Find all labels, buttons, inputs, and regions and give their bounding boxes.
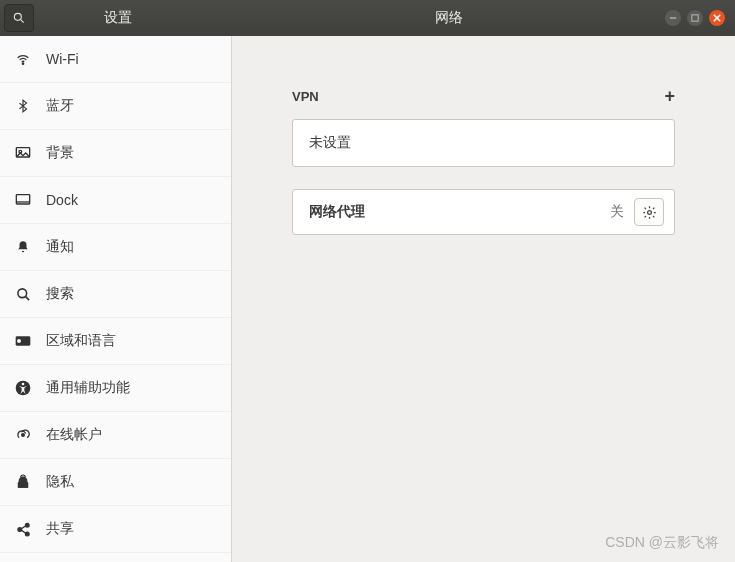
sidebar-item-label: 通用辅助功能 — [46, 379, 130, 397]
maximize-icon — [691, 14, 699, 22]
sidebar: Wi-Fi 蓝牙 背景 Dock 通知 搜索 区域和语言 通用辅 — [0, 36, 232, 562]
body: Wi-Fi 蓝牙 背景 Dock 通知 搜索 区域和语言 通用辅 — [0, 36, 735, 562]
sidebar-item-search[interactable]: 搜索 — [0, 271, 231, 318]
settings-title: 设置 — [34, 9, 232, 27]
sidebar-item-wifi[interactable]: Wi-Fi — [0, 36, 231, 83]
svg-line-23 — [21, 530, 26, 533]
svg-point-14 — [17, 339, 21, 343]
sidebar-item-accessibility[interactable]: 通用辅助功能 — [0, 365, 231, 412]
add-vpn-button[interactable]: + — [664, 86, 675, 107]
sidebar-item-label: 在线帐户 — [46, 426, 102, 444]
watermark: CSDN @云影飞将 — [605, 534, 719, 552]
dock-icon — [14, 193, 32, 207]
accessibility-icon — [14, 380, 32, 396]
page-title: 网络 — [232, 9, 665, 27]
window-controls — [665, 10, 735, 26]
close-button[interactable] — [709, 10, 725, 26]
bell-icon — [14, 239, 32, 255]
svg-point-16 — [22, 383, 25, 386]
sidebar-item-label: Dock — [46, 192, 78, 208]
background-icon — [14, 146, 32, 160]
sidebar-item-privacy[interactable]: 隐私 — [0, 459, 231, 506]
svg-line-22 — [21, 525, 26, 528]
proxy-label: 网络代理 — [309, 203, 600, 221]
online-accounts-icon — [14, 428, 32, 442]
sidebar-item-region-language[interactable]: 区域和语言 — [0, 318, 231, 365]
sidebar-item-online-accounts[interactable]: 在线帐户 — [0, 412, 231, 459]
svg-point-6 — [22, 63, 23, 64]
vpn-empty-text: 未设置 — [309, 134, 351, 152]
titlebar-left: 设置 — [0, 0, 232, 36]
svg-line-12 — [25, 296, 29, 300]
svg-rect-3 — [692, 15, 698, 21]
sidebar-item-sharing[interactable]: 共享 — [0, 506, 231, 553]
sidebar-item-notifications[interactable]: 通知 — [0, 224, 231, 271]
vpn-section-header: VPN + — [292, 86, 675, 107]
privacy-icon — [14, 474, 32, 490]
proxy-settings-button[interactable] — [634, 198, 664, 226]
wifi-icon — [14, 51, 32, 67]
proxy-status: 关 — [610, 203, 624, 221]
sidebar-item-bluetooth[interactable]: 蓝牙 — [0, 83, 231, 130]
maximize-button[interactable] — [687, 10, 703, 26]
sidebar-item-label: 区域和语言 — [46, 332, 116, 350]
sidebar-item-dock[interactable]: Dock — [0, 177, 231, 224]
proxy-row: 网络代理 关 — [292, 189, 675, 235]
search-icon — [14, 287, 32, 302]
svg-line-1 — [20, 19, 23, 22]
gear-icon — [642, 205, 657, 220]
sidebar-item-label: 蓝牙 — [46, 97, 74, 115]
sidebar-item-background[interactable]: 背景 — [0, 130, 231, 177]
vpn-empty-card: 未设置 — [292, 119, 675, 167]
language-icon — [14, 334, 32, 348]
sidebar-item-label: 共享 — [46, 520, 74, 538]
vpn-heading: VPN — [292, 89, 319, 104]
sidebar-item-label: 通知 — [46, 238, 74, 256]
share-icon — [14, 522, 32, 537]
bluetooth-icon — [14, 98, 32, 114]
titlebar: 设置 网络 — [0, 0, 735, 36]
search-icon — [12, 11, 26, 25]
svg-point-24 — [647, 210, 651, 214]
svg-point-0 — [14, 13, 21, 20]
search-button[interactable] — [4, 4, 34, 32]
minimize-button[interactable] — [665, 10, 681, 26]
svg-point-11 — [17, 288, 26, 297]
sidebar-item-label: Wi-Fi — [46, 51, 79, 67]
minimize-icon — [669, 14, 677, 22]
svg-point-17 — [22, 434, 25, 437]
sidebar-item-label: 搜索 — [46, 285, 74, 303]
main-content: VPN + 未设置 网络代理 关 — [232, 36, 735, 562]
close-icon — [713, 14, 721, 22]
sidebar-item-label: 背景 — [46, 144, 74, 162]
sidebar-item-label: 隐私 — [46, 473, 74, 491]
